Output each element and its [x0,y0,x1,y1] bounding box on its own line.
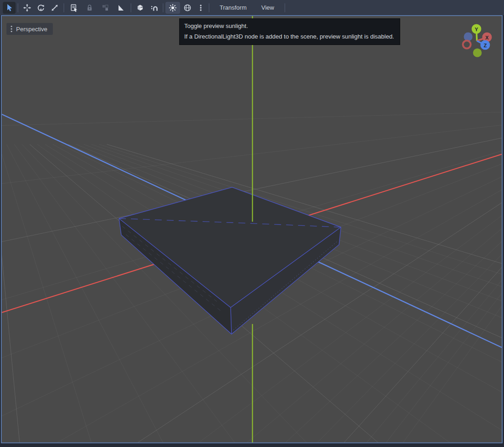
rotate-tool-button[interactable] [34,2,48,14]
gizmo-negative-y-ball[interactable] [473,49,482,57]
toolbar-separator [209,3,210,12]
transform-menu-label: Transform [220,4,247,11]
view-options-button[interactable] [195,2,207,14]
view-menu[interactable]: View [256,2,280,14]
gizmo-negative-x-ball[interactable] [463,41,471,49]
gizmo-x-label: X [485,35,489,40]
perspective-label: Perspective [16,26,47,33]
gizmo-y-label: Y [475,27,478,32]
group-icon [101,4,109,12]
tooltip-line-2: If a DirectionalLight3D node is added to… [184,31,394,42]
kebab-menu-icon [197,4,205,12]
toolbar-separator [130,3,131,12]
group-selected-nodes-button[interactable] [97,2,113,14]
lock-icon [85,4,94,12]
ruler-mode-button[interactable] [113,2,129,14]
snap-toggle-button[interactable] [147,2,161,14]
toolbar-separator [163,3,164,12]
ruler-icon [117,4,125,12]
select-tool-button[interactable] [3,2,16,14]
perspective-menu-dots-icon [10,25,13,33]
preview-sunlight-tooltip: Toggle preview sunlight. If a Directiona… [179,18,400,45]
toolbar-separator [284,3,285,12]
3d-scene-canvas[interactable] [2,16,502,442]
magnet-icon [150,4,158,12]
3d-viewport[interactable]: Perspective Y X Z [1,15,503,443]
transform-menu[interactable]: Transform [214,2,252,14]
toolbar-separator [17,3,18,12]
preview-environment-toggle-button[interactable] [180,2,195,14]
move-icon [23,4,31,12]
gizmo-y-ball[interactable]: Y [472,24,481,34]
lock-selected-node-button[interactable] [82,2,97,14]
viewport-toolbar: Transform View [0,0,504,15]
gizmo-z-ball[interactable]: Z [481,40,490,50]
list-select-tool-button[interactable] [66,2,82,14]
scale-icon [51,4,59,12]
globe-icon [183,4,192,12]
box-mesh[interactable] [119,187,341,334]
local-space-toggle-button[interactable] [133,2,147,14]
scale-tool-button[interactable] [48,2,62,14]
cube-icon [136,4,144,12]
gizmo-z-label: Z [484,43,487,48]
sun-icon [169,4,177,12]
rotate-icon [37,4,45,12]
axis-gizmo[interactable]: Y X Z [458,21,496,62]
godot-editor-window: Transform View [0,0,504,447]
select-arrow-icon [5,4,13,12]
gizmo-negative-z-ball[interactable] [464,33,473,41]
view-menu-label: View [261,4,274,11]
view-perspective-button[interactable]: Perspective [6,23,53,35]
preview-sunlight-toggle-button[interactable] [165,2,180,14]
move-tool-button[interactable] [20,2,34,14]
list-select-icon [70,4,78,12]
toolbar-separator [63,3,64,12]
tooltip-line-1: Toggle preview sunlight. [184,21,394,31]
